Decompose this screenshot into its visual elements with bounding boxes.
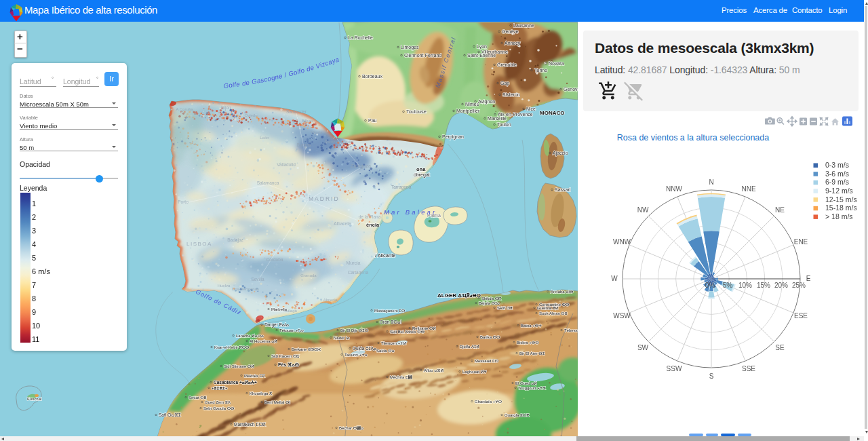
- svg-text:NE: NE: [775, 206, 785, 214]
- svg-text:0-3 m/s: 0-3 m/s: [825, 161, 849, 169]
- svg-text:25%: 25%: [792, 282, 806, 289]
- svg-text:0%: 0%: [705, 282, 715, 289]
- svg-text:> 18 m/s: > 18 m/s: [825, 212, 853, 220]
- svg-text:SSE: SSE: [742, 365, 755, 372]
- svg-text:WSW: WSW: [613, 312, 631, 320]
- svg-text:S: S: [709, 372, 714, 380]
- svg-text:12-15 m/s: 12-15 m/s: [825, 195, 857, 204]
- svg-text:5%: 5%: [723, 282, 733, 289]
- svg-text:15%: 15%: [757, 282, 770, 289]
- svg-text:6-9 m/s: 6-9 m/s: [825, 178, 849, 186]
- svg-text:SW: SW: [637, 344, 649, 351]
- svg-text:NNE: NNE: [741, 185, 755, 193]
- svg-text:10%: 10%: [738, 282, 752, 289]
- svg-text:N: N: [709, 178, 713, 186]
- svg-text:15-18 m/s: 15-18 m/s: [825, 204, 857, 212]
- svg-text:E: E: [806, 275, 811, 282]
- svg-text:ENE: ENE: [794, 238, 808, 246]
- svg-text:SE: SE: [775, 344, 785, 351]
- svg-text:W: W: [611, 275, 618, 282]
- svg-text:ESE: ESE: [794, 312, 808, 320]
- svg-text:9-12 m/s: 9-12 m/s: [825, 187, 853, 195]
- svg-text:NNW: NNW: [666, 185, 682, 193]
- svg-text:SSW: SSW: [667, 365, 682, 372]
- svg-text:20%: 20%: [774, 282, 788, 289]
- svg-text:3-6 m/s: 3-6 m/s: [825, 170, 849, 178]
- svg-text:NW: NW: [637, 206, 649, 214]
- svg-text:WNW: WNW: [613, 238, 631, 246]
